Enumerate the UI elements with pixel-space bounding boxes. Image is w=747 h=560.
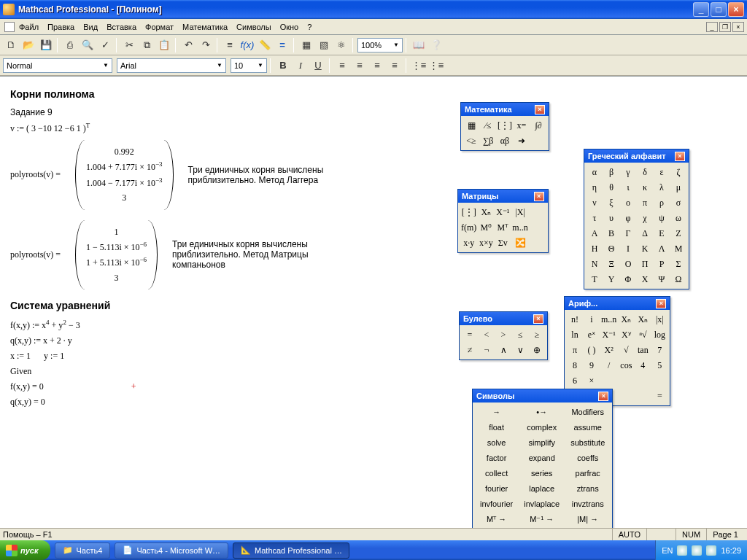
palette-cell[interactable]: eˣ [584, 327, 600, 342]
function-icon[interactable]: f(x) [239, 37, 255, 53]
palette-cell[interactable] [618, 389, 634, 403]
palette-cell[interactable]: tan [635, 343, 651, 357]
palette-cell[interactable]: 5 [651, 358, 667, 373]
size-combo[interactable]: 10 ▼ [231, 58, 267, 73]
palette-greek[interactable]: Греческий алфавит×αβγδεζηθικλμνξοπρστυφχ… [584, 149, 689, 289]
palette-cell[interactable] [600, 373, 617, 388]
italic-button[interactable]: I [293, 58, 309, 74]
menu-edit[interactable]: Правка [47, 23, 74, 31]
palette-cell[interactable]: |x| [651, 312, 667, 327]
palette-close-icon[interactable]: × [533, 314, 543, 324]
palette-cell[interactable]: × [584, 373, 600, 388]
palette-cell[interactable]: ∫∂ [530, 118, 546, 133]
palette-cell[interactable]: |M| → [565, 512, 610, 526]
palette-cell[interactable]: M⁰ [478, 220, 494, 235]
palette-title[interactable]: Ариф...× [565, 297, 670, 310]
palette-cell[interactable]: Β [603, 226, 619, 241]
palette-cell[interactable]: Ζ [670, 226, 686, 241]
tray-icon[interactable] [706, 545, 716, 556]
lang-indicator[interactable]: EN [662, 546, 673, 555]
palette-cell[interactable]: ξ [603, 195, 619, 210]
menu-window[interactable]: Окно [280, 23, 299, 31]
palette-cell[interactable]: < [479, 327, 495, 342]
palette-cell[interactable]: 6 [567, 373, 583, 388]
palette-cell[interactable]: Xₙ [618, 312, 634, 327]
palette-cell[interactable]: π [637, 195, 653, 210]
palette-cell[interactable]: collect [475, 466, 518, 481]
palette-cell[interactable]: μ [670, 180, 686, 195]
palette-cell[interactable] [635, 389, 651, 403]
palette-cell[interactable]: [⋮] [460, 205, 477, 219]
palette-cell[interactable]: cos [618, 358, 634, 373]
palette-cell[interactable]: coeffs [565, 451, 610, 465]
palette-cell[interactable]: X⁻¹ [495, 205, 511, 219]
palette-title[interactable]: Символы× [473, 389, 612, 402]
palette-cell[interactable]: ε [654, 165, 670, 179]
palette-cell[interactable]: Σv [495, 236, 511, 250]
palette-cell[interactable]: χ [637, 211, 653, 225]
palette-cell[interactable] [530, 220, 546, 235]
palette-cell[interactable]: x·y [460, 236, 477, 250]
help-icon[interactable]: ❔ [428, 37, 444, 53]
palette-cell[interactable] [530, 236, 546, 250]
palette-cell[interactable]: ¬ [479, 343, 495, 357]
palette-cell[interactable]: Π [637, 257, 653, 271]
palette-cell[interactable]: Ε [654, 226, 670, 241]
palette-cell[interactable]: simplify [519, 435, 565, 450]
palette-cell[interactable]: σ [670, 195, 686, 210]
palette-cell[interactable]: float [475, 420, 518, 435]
palette-cell[interactable]: i [584, 312, 600, 327]
palette-cell[interactable]: substitute [565, 435, 610, 450]
palette-close-icon[interactable]: × [535, 105, 545, 114]
palette-cell[interactable]: ≤ [512, 327, 528, 342]
underline-button[interactable]: U [310, 58, 326, 74]
palette-cell[interactable]: Ω [670, 272, 686, 287]
task-mathcad[interactable]: 📐 Mathcad Professional … [233, 542, 349, 559]
palette-cell[interactable]: π [567, 343, 583, 357]
palette-cell[interactable]: ∕≤ [480, 118, 496, 133]
palette-cell[interactable]: ∑β [480, 133, 496, 148]
palette-cell[interactable]: δ [637, 165, 653, 179]
palette-cell[interactable]: •→ [519, 405, 565, 419]
palette-cell[interactable]: [⋮] [497, 118, 513, 133]
palette-close-icon[interactable]: × [534, 192, 544, 201]
palette-cell[interactable]: Θ [603, 241, 619, 256]
palette-cell[interactable]: Xₙ [478, 205, 494, 219]
palette-cell[interactable]: λ [654, 180, 670, 195]
palette-cell[interactable]: complex [519, 420, 565, 435]
mdi-minimize[interactable]: _ [706, 22, 718, 32]
palette-cell[interactable]: ν [587, 195, 603, 210]
palette-cell[interactable]: Δ [637, 226, 653, 241]
print-icon[interactable]: ⎙ [62, 37, 78, 53]
palette-cell[interactable]: ⁿ√ [635, 327, 651, 342]
task-folder[interactable]: 📁 Часть4 [55, 542, 111, 559]
palette-cell[interactable]: Modifiers [565, 405, 610, 419]
palette-cell[interactable]: Mᵀ → [475, 512, 518, 526]
menu-view[interactable]: Вид [83, 23, 98, 31]
palette-cell[interactable]: ≥ [529, 327, 545, 342]
palette-title[interactable]: Греческий алфавит× [584, 149, 689, 163]
palette-cell[interactable]: → [475, 405, 518, 419]
palette-cell[interactable]: <≥ [463, 133, 479, 148]
menu-insert[interactable]: Вставка [107, 23, 136, 31]
palette-cell[interactable]: τ [587, 211, 603, 225]
region1-icon[interactable]: ▦ [298, 37, 314, 53]
palette-cell[interactable]: expand [519, 451, 565, 465]
tray-icon[interactable] [692, 545, 702, 556]
palette-matrix[interactable]: Матрицы×[⋮]XₙX⁻¹|X|f(m)M⁰Mᵀm..nx·yx×yΣv🔀 [457, 189, 549, 253]
palette-cell[interactable]: > [495, 327, 511, 342]
palette-close-icon[interactable]: × [675, 152, 685, 161]
palette-cell[interactable]: ω [670, 211, 686, 225]
palette-cell[interactable] [618, 373, 634, 388]
unit-icon[interactable]: 📏 [257, 37, 273, 53]
new-icon[interactable]: 🗋 [3, 37, 19, 53]
align-justify-button[interactable]: ≡ [387, 58, 403, 74]
palette-cell[interactable]: Mᵀ [495, 220, 511, 235]
palette-cell[interactable]: ∧ [495, 343, 511, 357]
palette-cell[interactable]: parfrac [565, 466, 610, 481]
palette-title[interactable]: Математика× [461, 103, 549, 116]
palette-cell[interactable]: Ξ [603, 257, 619, 271]
palette-cell[interactable]: 8 [567, 358, 583, 373]
palette-cell[interactable]: n! [567, 312, 583, 327]
palette-cell[interactable]: Τ [587, 272, 603, 287]
